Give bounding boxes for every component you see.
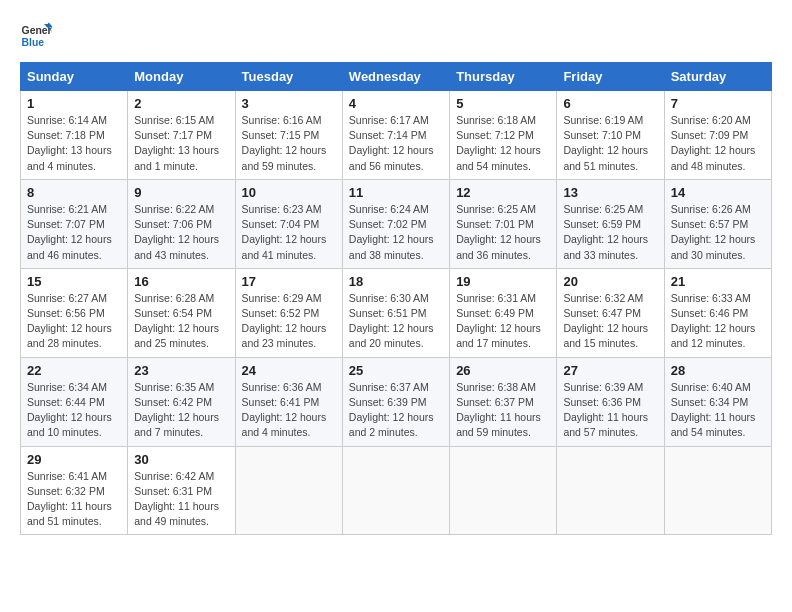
calendar-week-row: 15Sunrise: 6:27 AM Sunset: 6:56 PM Dayli… bbox=[21, 268, 772, 357]
calendar-cell: 28Sunrise: 6:40 AM Sunset: 6:34 PM Dayli… bbox=[664, 357, 771, 446]
day-number: 21 bbox=[671, 274, 765, 289]
day-detail: Sunrise: 6:31 AM Sunset: 6:49 PM Dayligh… bbox=[456, 291, 550, 352]
calendar-cell: 24Sunrise: 6:36 AM Sunset: 6:41 PM Dayli… bbox=[235, 357, 342, 446]
day-number: 6 bbox=[563, 96, 657, 111]
calendar-week-row: 22Sunrise: 6:34 AM Sunset: 6:44 PM Dayli… bbox=[21, 357, 772, 446]
day-detail: Sunrise: 6:30 AM Sunset: 6:51 PM Dayligh… bbox=[349, 291, 443, 352]
day-detail: Sunrise: 6:14 AM Sunset: 7:18 PM Dayligh… bbox=[27, 113, 121, 174]
calendar-cell: 8Sunrise: 6:21 AM Sunset: 7:07 PM Daylig… bbox=[21, 179, 128, 268]
page-header: General Blue bbox=[20, 20, 772, 52]
calendar-cell: 10Sunrise: 6:23 AM Sunset: 7:04 PM Dayli… bbox=[235, 179, 342, 268]
calendar-cell: 18Sunrise: 6:30 AM Sunset: 6:51 PM Dayli… bbox=[342, 268, 449, 357]
day-detail: Sunrise: 6:21 AM Sunset: 7:07 PM Dayligh… bbox=[27, 202, 121, 263]
day-detail: Sunrise: 6:41 AM Sunset: 6:32 PM Dayligh… bbox=[27, 469, 121, 530]
day-detail: Sunrise: 6:23 AM Sunset: 7:04 PM Dayligh… bbox=[242, 202, 336, 263]
day-detail: Sunrise: 6:25 AM Sunset: 6:59 PM Dayligh… bbox=[563, 202, 657, 263]
day-number: 24 bbox=[242, 363, 336, 378]
day-number: 22 bbox=[27, 363, 121, 378]
day-detail: Sunrise: 6:24 AM Sunset: 7:02 PM Dayligh… bbox=[349, 202, 443, 263]
day-detail: Sunrise: 6:35 AM Sunset: 6:42 PM Dayligh… bbox=[134, 380, 228, 441]
day-detail: Sunrise: 6:32 AM Sunset: 6:47 PM Dayligh… bbox=[563, 291, 657, 352]
calendar-cell: 19Sunrise: 6:31 AM Sunset: 6:49 PM Dayli… bbox=[450, 268, 557, 357]
day-number: 11 bbox=[349, 185, 443, 200]
calendar-cell bbox=[342, 446, 449, 535]
calendar-cell: 23Sunrise: 6:35 AM Sunset: 6:42 PM Dayli… bbox=[128, 357, 235, 446]
day-detail: Sunrise: 6:26 AM Sunset: 6:57 PM Dayligh… bbox=[671, 202, 765, 263]
day-detail: Sunrise: 6:33 AM Sunset: 6:46 PM Dayligh… bbox=[671, 291, 765, 352]
day-number: 26 bbox=[456, 363, 550, 378]
day-detail: Sunrise: 6:15 AM Sunset: 7:17 PM Dayligh… bbox=[134, 113, 228, 174]
col-header-wednesday: Wednesday bbox=[342, 63, 449, 91]
calendar-cell: 16Sunrise: 6:28 AM Sunset: 6:54 PM Dayli… bbox=[128, 268, 235, 357]
day-number: 13 bbox=[563, 185, 657, 200]
calendar-cell: 6Sunrise: 6:19 AM Sunset: 7:10 PM Daylig… bbox=[557, 91, 664, 180]
calendar-cell: 29Sunrise: 6:41 AM Sunset: 6:32 PM Dayli… bbox=[21, 446, 128, 535]
day-number: 12 bbox=[456, 185, 550, 200]
calendar-week-row: 29Sunrise: 6:41 AM Sunset: 6:32 PM Dayli… bbox=[21, 446, 772, 535]
day-number: 1 bbox=[27, 96, 121, 111]
day-detail: Sunrise: 6:28 AM Sunset: 6:54 PM Dayligh… bbox=[134, 291, 228, 352]
day-detail: Sunrise: 6:29 AM Sunset: 6:52 PM Dayligh… bbox=[242, 291, 336, 352]
day-number: 5 bbox=[456, 96, 550, 111]
day-number: 15 bbox=[27, 274, 121, 289]
day-number: 16 bbox=[134, 274, 228, 289]
calendar-cell: 11Sunrise: 6:24 AM Sunset: 7:02 PM Dayli… bbox=[342, 179, 449, 268]
calendar-cell: 15Sunrise: 6:27 AM Sunset: 6:56 PM Dayli… bbox=[21, 268, 128, 357]
calendar-table: SundayMondayTuesdayWednesdayThursdayFrid… bbox=[20, 62, 772, 535]
day-number: 4 bbox=[349, 96, 443, 111]
logo: General Blue bbox=[20, 20, 56, 52]
day-number: 7 bbox=[671, 96, 765, 111]
day-detail: Sunrise: 6:38 AM Sunset: 6:37 PM Dayligh… bbox=[456, 380, 550, 441]
calendar-cell: 30Sunrise: 6:42 AM Sunset: 6:31 PM Dayli… bbox=[128, 446, 235, 535]
col-header-monday: Monday bbox=[128, 63, 235, 91]
day-number: 8 bbox=[27, 185, 121, 200]
calendar-cell: 26Sunrise: 6:38 AM Sunset: 6:37 PM Dayli… bbox=[450, 357, 557, 446]
day-detail: Sunrise: 6:37 AM Sunset: 6:39 PM Dayligh… bbox=[349, 380, 443, 441]
calendar-week-row: 1Sunrise: 6:14 AM Sunset: 7:18 PM Daylig… bbox=[21, 91, 772, 180]
calendar-cell: 25Sunrise: 6:37 AM Sunset: 6:39 PM Dayli… bbox=[342, 357, 449, 446]
day-number: 28 bbox=[671, 363, 765, 378]
day-number: 17 bbox=[242, 274, 336, 289]
day-number: 25 bbox=[349, 363, 443, 378]
day-number: 27 bbox=[563, 363, 657, 378]
day-detail: Sunrise: 6:17 AM Sunset: 7:14 PM Dayligh… bbox=[349, 113, 443, 174]
calendar-cell: 12Sunrise: 6:25 AM Sunset: 7:01 PM Dayli… bbox=[450, 179, 557, 268]
day-detail: Sunrise: 6:42 AM Sunset: 6:31 PM Dayligh… bbox=[134, 469, 228, 530]
col-header-tuesday: Tuesday bbox=[235, 63, 342, 91]
day-number: 19 bbox=[456, 274, 550, 289]
calendar-cell: 27Sunrise: 6:39 AM Sunset: 6:36 PM Dayli… bbox=[557, 357, 664, 446]
calendar-header-row: SundayMondayTuesdayWednesdayThursdayFrid… bbox=[21, 63, 772, 91]
calendar-cell: 17Sunrise: 6:29 AM Sunset: 6:52 PM Dayli… bbox=[235, 268, 342, 357]
calendar-cell bbox=[450, 446, 557, 535]
day-number: 20 bbox=[563, 274, 657, 289]
day-number: 18 bbox=[349, 274, 443, 289]
day-detail: Sunrise: 6:25 AM Sunset: 7:01 PM Dayligh… bbox=[456, 202, 550, 263]
calendar-cell bbox=[235, 446, 342, 535]
day-detail: Sunrise: 6:39 AM Sunset: 6:36 PM Dayligh… bbox=[563, 380, 657, 441]
calendar-cell: 2Sunrise: 6:15 AM Sunset: 7:17 PM Daylig… bbox=[128, 91, 235, 180]
day-detail: Sunrise: 6:40 AM Sunset: 6:34 PM Dayligh… bbox=[671, 380, 765, 441]
col-header-sunday: Sunday bbox=[21, 63, 128, 91]
day-number: 30 bbox=[134, 452, 228, 467]
day-detail: Sunrise: 6:20 AM Sunset: 7:09 PM Dayligh… bbox=[671, 113, 765, 174]
day-detail: Sunrise: 6:34 AM Sunset: 6:44 PM Dayligh… bbox=[27, 380, 121, 441]
calendar-cell bbox=[664, 446, 771, 535]
day-detail: Sunrise: 6:18 AM Sunset: 7:12 PM Dayligh… bbox=[456, 113, 550, 174]
calendar-cell: 21Sunrise: 6:33 AM Sunset: 6:46 PM Dayli… bbox=[664, 268, 771, 357]
calendar-cell: 3Sunrise: 6:16 AM Sunset: 7:15 PM Daylig… bbox=[235, 91, 342, 180]
col-header-thursday: Thursday bbox=[450, 63, 557, 91]
calendar-cell: 5Sunrise: 6:18 AM Sunset: 7:12 PM Daylig… bbox=[450, 91, 557, 180]
svg-text:Blue: Blue bbox=[22, 37, 45, 48]
day-number: 10 bbox=[242, 185, 336, 200]
calendar-cell: 14Sunrise: 6:26 AM Sunset: 6:57 PM Dayli… bbox=[664, 179, 771, 268]
calendar-cell: 4Sunrise: 6:17 AM Sunset: 7:14 PM Daylig… bbox=[342, 91, 449, 180]
day-number: 14 bbox=[671, 185, 765, 200]
day-detail: Sunrise: 6:16 AM Sunset: 7:15 PM Dayligh… bbox=[242, 113, 336, 174]
calendar-cell: 9Sunrise: 6:22 AM Sunset: 7:06 PM Daylig… bbox=[128, 179, 235, 268]
day-number: 23 bbox=[134, 363, 228, 378]
calendar-week-row: 8Sunrise: 6:21 AM Sunset: 7:07 PM Daylig… bbox=[21, 179, 772, 268]
day-detail: Sunrise: 6:22 AM Sunset: 7:06 PM Dayligh… bbox=[134, 202, 228, 263]
calendar-cell: 7Sunrise: 6:20 AM Sunset: 7:09 PM Daylig… bbox=[664, 91, 771, 180]
calendar-cell bbox=[557, 446, 664, 535]
day-detail: Sunrise: 6:19 AM Sunset: 7:10 PM Dayligh… bbox=[563, 113, 657, 174]
